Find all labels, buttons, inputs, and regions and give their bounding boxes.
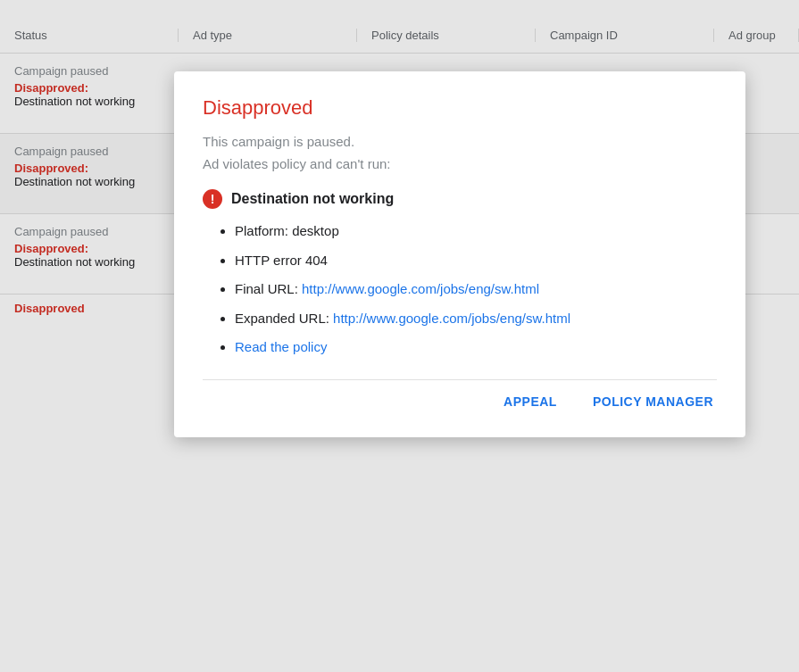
detail-platform: Platform: desktop	[235, 223, 339, 238]
modal-campaign-status: This campaign is paused.	[203, 134, 717, 149]
modal-policy-note: Ad violates policy and can't run:	[203, 156, 717, 171]
list-item: Read the policy	[235, 337, 717, 358]
detail-expanded-url-label: Expanded URL:	[235, 311, 329, 326]
read-policy-link[interactable]: Read the policy	[235, 339, 327, 354]
detail-http-error: HTTP error 404	[235, 253, 328, 268]
list-item: Final URL: http://www.google.com/jobs/en…	[235, 279, 717, 300]
final-url-link[interactable]: http://www.google.com/jobs/eng/sw.html	[302, 281, 539, 296]
expanded-url-link[interactable]: http://www.google.com/jobs/eng/sw.html	[333, 311, 570, 326]
modal-dialog: Disapproved This campaign is paused. Ad …	[174, 71, 745, 437]
modal-footer: APPEAL POLICY MANAGER	[203, 379, 717, 416]
error-icon: !	[203, 189, 222, 209]
list-item: Platform: desktop	[235, 221, 717, 242]
detail-final-url-label: Final URL:	[235, 281, 298, 296]
policy-manager-button[interactable]: POLICY MANAGER	[589, 387, 717, 416]
list-item: HTTP error 404	[235, 251, 717, 271]
appeal-button[interactable]: APPEAL	[500, 387, 561, 416]
modal-title: Disapproved	[203, 96, 717, 120]
details-list: Platform: desktop HTTP error 404 Final U…	[203, 221, 717, 358]
policy-issue: ! Destination not working	[203, 189, 717, 209]
issue-title: Destination not working	[231, 191, 394, 207]
list-item: Expanded URL: http://www.google.com/jobs…	[235, 309, 717, 329]
